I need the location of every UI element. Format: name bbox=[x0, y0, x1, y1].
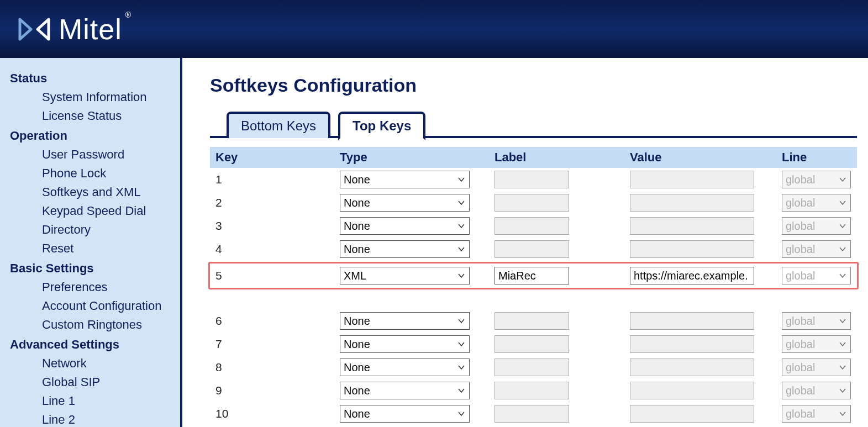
type-select[interactable]: None bbox=[340, 240, 470, 258]
key-number: 3 bbox=[210, 218, 334, 234]
page-title: Softkeys Configuration bbox=[210, 75, 857, 96]
nav-item[interactable]: Line 2 bbox=[10, 410, 180, 427]
nav-item[interactable]: System Information bbox=[10, 88, 180, 107]
table-body: 1Noneglobal2Noneglobal3Noneglobal4Nonegl… bbox=[210, 168, 857, 425]
key-number: 1 bbox=[210, 172, 334, 187]
label-input[interactable] bbox=[495, 171, 569, 188]
brand-name: Mitel bbox=[59, 13, 122, 46]
type-select[interactable]: None bbox=[340, 171, 470, 188]
key-number: 6 bbox=[210, 313, 334, 329]
label-input[interactable] bbox=[495, 405, 569, 423]
label-input[interactable] bbox=[495, 312, 569, 330]
key-number: 9 bbox=[210, 383, 334, 398]
line-select[interactable]: global bbox=[782, 267, 851, 284]
type-select[interactable]: None bbox=[340, 335, 470, 353]
key-number: 5 bbox=[210, 268, 334, 283]
header: Mitel ® bbox=[0, 0, 868, 58]
brand-registered: ® bbox=[125, 10, 131, 19]
table-header-row: Key Type Label Value Line bbox=[210, 147, 857, 168]
key-number: 7 bbox=[210, 336, 334, 352]
logo-icon bbox=[17, 17, 52, 41]
line-select[interactable]: global bbox=[782, 240, 851, 258]
label-input[interactable] bbox=[495, 359, 569, 376]
column-header-value: Value bbox=[624, 147, 776, 168]
value-input[interactable] bbox=[630, 240, 754, 258]
line-select[interactable]: global bbox=[782, 194, 851, 212]
type-select[interactable]: None bbox=[340, 194, 470, 212]
value-input[interactable] bbox=[630, 382, 754, 399]
nav-item[interactable]: Account Configuration bbox=[10, 297, 180, 315]
nav-heading: Advanced Settings bbox=[10, 338, 180, 352]
nav-item[interactable]: User Password bbox=[10, 145, 180, 164]
line-select[interactable]: global bbox=[782, 312, 851, 330]
type-select[interactable]: None bbox=[340, 359, 470, 376]
table-row: 4Noneglobal bbox=[210, 238, 857, 261]
type-select[interactable]: None bbox=[340, 382, 470, 399]
value-input[interactable] bbox=[630, 405, 754, 423]
nav-heading: Basic Settings bbox=[10, 261, 180, 276]
value-input[interactable] bbox=[630, 194, 754, 212]
nav-item[interactable]: License Status bbox=[10, 107, 180, 125]
table-row: 1Noneglobal bbox=[210, 168, 857, 191]
type-select[interactable]: None bbox=[340, 217, 470, 235]
key-number: 10 bbox=[210, 406, 334, 421]
sidebar: StatusSystem InformationLicense StatusOp… bbox=[0, 58, 182, 427]
nav-heading: Status bbox=[10, 71, 180, 86]
label-input[interactable] bbox=[495, 335, 569, 353]
tab[interactable]: Top Keys bbox=[338, 112, 425, 140]
type-select[interactable]: None bbox=[340, 405, 470, 423]
column-header-type: Type bbox=[334, 147, 489, 168]
tabs: Bottom KeysTop Keys bbox=[210, 109, 857, 138]
nav-heading: Operation bbox=[10, 129, 180, 143]
table-row: 10Noneglobal bbox=[210, 402, 857, 425]
value-input[interactable] bbox=[630, 335, 754, 353]
label-input[interactable] bbox=[495, 382, 569, 399]
table-row: 5XMLglobal bbox=[208, 262, 859, 289]
line-select[interactable]: global bbox=[782, 382, 851, 399]
table-row: 7Noneglobal bbox=[210, 333, 857, 356]
value-input[interactable] bbox=[630, 171, 754, 188]
nav-item[interactable]: Line 1 bbox=[10, 392, 180, 410]
key-number: 2 bbox=[210, 195, 334, 210]
line-select[interactable]: global bbox=[782, 217, 851, 235]
table-row: 9Noneglobal bbox=[210, 379, 857, 402]
brand-logo: Mitel ® bbox=[17, 13, 134, 46]
column-header-key: Key bbox=[210, 147, 334, 168]
nav-item[interactable]: Global SIP bbox=[10, 373, 180, 392]
tab[interactable]: Bottom Keys bbox=[227, 112, 330, 138]
nav-item[interactable]: Preferences bbox=[10, 278, 180, 297]
line-select[interactable]: global bbox=[782, 335, 851, 353]
label-input[interactable] bbox=[495, 217, 569, 235]
row-gap bbox=[210, 291, 857, 309]
type-select[interactable]: None bbox=[340, 312, 470, 330]
label-input[interactable] bbox=[495, 267, 569, 284]
key-number: 8 bbox=[210, 360, 334, 375]
value-input[interactable] bbox=[630, 359, 754, 376]
value-input[interactable] bbox=[630, 217, 754, 235]
key-number: 4 bbox=[210, 241, 334, 257]
line-select[interactable]: global bbox=[782, 359, 851, 376]
nav-item[interactable]: Keypad Speed Dial bbox=[10, 202, 180, 220]
nav-item[interactable]: Network bbox=[10, 354, 180, 373]
nav-item[interactable]: Softkeys and XML bbox=[10, 183, 180, 202]
column-header-label: Label bbox=[489, 147, 624, 168]
value-input[interactable] bbox=[630, 267, 754, 284]
type-select[interactable]: XML bbox=[340, 267, 470, 284]
label-input[interactable] bbox=[495, 194, 569, 212]
nav-item[interactable]: Directory bbox=[10, 220, 180, 239]
value-input[interactable] bbox=[630, 312, 754, 330]
softkeys-table: Key Type Label Value Line 1Noneglobal2No… bbox=[210, 147, 857, 425]
line-select[interactable]: global bbox=[782, 405, 851, 423]
table-row: 2Noneglobal bbox=[210, 191, 857, 214]
nav-item[interactable]: Reset bbox=[10, 239, 180, 258]
label-input[interactable] bbox=[495, 240, 569, 258]
line-select[interactable]: global bbox=[782, 171, 851, 188]
column-header-line: Line bbox=[776, 147, 851, 168]
table-row: 6Noneglobal bbox=[210, 309, 857, 333]
nav-item[interactable]: Custom Ringtones bbox=[10, 315, 180, 334]
nav-item[interactable]: Phone Lock bbox=[10, 164, 180, 183]
table-row: 3Noneglobal bbox=[210, 214, 857, 238]
table-row: 8Noneglobal bbox=[210, 356, 857, 379]
main-content: Softkeys Configuration Bottom KeysTop Ke… bbox=[182, 58, 868, 427]
